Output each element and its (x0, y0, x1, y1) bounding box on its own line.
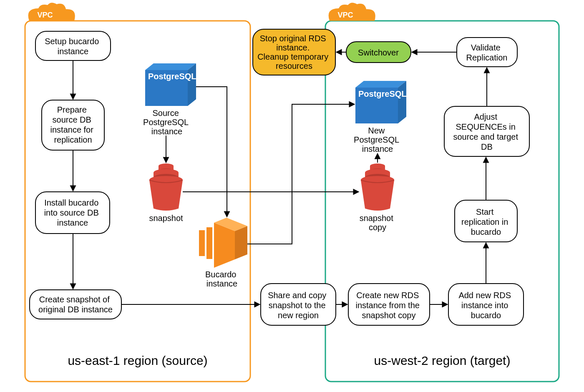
node-create-snapshot: Create snapshot of original DB instance (30, 290, 121, 319)
diagram-canvas: VPC VPC Setup bucardo instance Prepare s… (0, 0, 584, 392)
target-region-label: us-west-2 region (target) (374, 354, 511, 367)
snapshot-copy-icon (361, 163, 394, 211)
source-db-icon: PostgreSQL (145, 63, 196, 106)
vpc-badge-source: VPC (28, 3, 75, 21)
svg-rect-18 (206, 227, 212, 259)
svg-marker-9 (188, 63, 196, 106)
node-create-rds: Create new RDS instance from the snapsho… (348, 284, 430, 325)
source-db-product-text: PostgreSQL (148, 72, 196, 81)
svg-marker-26 (398, 81, 406, 123)
vpc-target-box (325, 21, 559, 382)
node-add-rds: Add new RDS instance into bucardo (448, 284, 524, 325)
bucardo-ec2-icon (199, 218, 247, 268)
node-start-repl: Start replication in bucardo (455, 200, 517, 242)
node-validate: Validate Replication (457, 38, 517, 67)
node-adjust-seq: Adjust SEQUENCEs in source and target DB (444, 106, 529, 156)
target-db-label: New PostgreSQL instance (354, 126, 401, 153)
vpc-badge-target-text: VPC (337, 11, 353, 19)
node-install-bucardo: Install bucardo into source DB instance (35, 192, 110, 234)
bucardo-ec2-label: Bucardo instance (205, 270, 239, 288)
svg-rect-17 (199, 230, 205, 256)
node-setup-bucardo: Setup bucardo instance (35, 31, 111, 60)
snapshot-source-label: snapshot (149, 214, 183, 223)
node-prepare-source: Prepare source DB instance for replicati… (42, 100, 104, 150)
target-db-product-text: PostgreSQL (358, 89, 407, 98)
source-db-label: Source PostgreSQL instance (143, 108, 191, 136)
vpc-badge-target: VPC (329, 3, 375, 21)
node-share-copy: Share and copy snapshot to the new regio… (261, 284, 336, 325)
svg-rect-3 (30, 290, 121, 319)
vpc-badge-source-text: VPC (37, 11, 53, 19)
node-create-rds-text: Create new RDS instance from the snapsho… (356, 291, 422, 320)
target-db-icon: PostgreSQL (355, 81, 407, 123)
source-region-label: us-east-1 region (source) (68, 354, 207, 367)
svg-marker-25 (355, 81, 406, 88)
node-switchover: Switchover (346, 42, 411, 63)
snapshot-source-icon (149, 163, 183, 211)
svg-marker-20 (235, 226, 247, 259)
snapshot-copy-label: snapshot copy (360, 214, 396, 232)
node-stop-cleanup: Stop original RDS instance. Cleanup temp… (253, 29, 335, 75)
node-switchover-text: Switchover (358, 48, 399, 57)
svg-marker-8 (145, 63, 196, 70)
